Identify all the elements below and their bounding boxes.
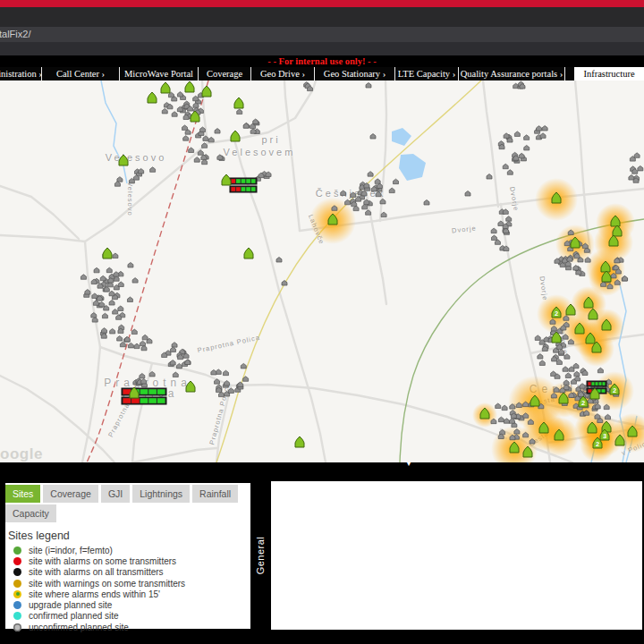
legend-panel: SitesCoverageGJILightningsRainfall Capac… <box>5 483 253 629</box>
building-marker <box>141 345 147 351</box>
site-marker[interactable] <box>186 381 195 392</box>
site-marker[interactable] <box>103 248 112 258</box>
building-marker <box>498 417 504 422</box>
nav-item-ministration[interactable]: ministration › <box>0 67 42 80</box>
building-marker <box>134 343 140 349</box>
building-marker <box>377 183 382 189</box>
status-segment <box>131 398 140 403</box>
status-segment <box>236 187 241 191</box>
status-segment <box>592 382 595 386</box>
legend-dot <box>13 580 21 588</box>
building-marker <box>176 363 182 369</box>
site-count-badge: 3 <box>603 432 606 440</box>
building-marker <box>94 267 99 273</box>
building-marker <box>563 367 568 372</box>
tab-sites[interactable]: Sites <box>5 485 40 503</box>
building-marker <box>504 133 509 139</box>
building-marker <box>139 168 144 174</box>
tab-gji[interactable]: GJI <box>101 485 130 503</box>
address-bar[interactable]: talFix2/ <box>0 27 644 42</box>
legend-item-label: site with warnings on some transmitters <box>29 579 185 589</box>
nav-item-call-center[interactable]: Call Center › <box>42 67 120 80</box>
site-marker[interactable] <box>231 131 240 141</box>
status-segment <box>242 179 246 183</box>
map-markers-svg: 22232 <box>0 80 644 462</box>
nav-item-quality-assurance-portals[interactable]: Quality Assurance portals › <box>459 67 565 80</box>
building-marker <box>128 343 133 348</box>
status-segment <box>232 179 236 183</box>
tab-coverage[interactable]: Coverage <box>43 485 98 503</box>
site-marker[interactable] <box>119 155 128 165</box>
status-segment <box>140 389 148 394</box>
tab-lightnings[interactable]: Lightnings <box>132 485 190 503</box>
site-marker[interactable] <box>222 174 231 185</box>
site-marker[interactable] <box>161 82 170 93</box>
building-marker <box>171 347 176 352</box>
site-marker[interactable] <box>234 97 243 108</box>
nav-item-microwave-portal[interactable]: MicroWave Portal <box>120 67 199 80</box>
building-marker <box>85 290 90 295</box>
site-marker[interactable] <box>148 92 157 103</box>
building-marker <box>110 328 115 334</box>
building-marker <box>124 336 130 342</box>
building-marker <box>282 281 287 286</box>
site-marker[interactable] <box>202 86 211 97</box>
building-marker <box>507 170 513 175</box>
nav-item-infrastructure[interactable]: Infrastructure <box>574 67 644 80</box>
google-watermark: oogle <box>0 445 43 462</box>
building-marker <box>539 360 545 366</box>
building-marker <box>92 293 97 299</box>
building-marker <box>131 329 137 335</box>
building-marker <box>556 360 562 365</box>
panel-collapse-arrow[interactable]: ▾ <box>407 460 411 468</box>
legend-item: unconfirmed planned site <box>5 622 253 632</box>
building-marker <box>102 313 107 318</box>
building-marker <box>424 200 429 206</box>
browser-top-stripe <box>0 0 644 7</box>
site-count-badge: 2 <box>613 386 616 394</box>
building-marker <box>498 221 504 226</box>
status-segment <box>140 398 148 403</box>
building-marker <box>504 419 509 424</box>
building-marker <box>514 131 520 137</box>
building-marker <box>113 309 118 315</box>
building-marker <box>241 363 246 369</box>
building-marker <box>142 335 148 340</box>
nav-item-geo-drive[interactable]: Geo Drive › <box>251 67 315 80</box>
legend-dot <box>13 601 21 609</box>
building-marker <box>127 297 132 302</box>
building-marker <box>109 301 114 306</box>
building-marker <box>366 210 371 216</box>
building-marker <box>223 370 228 376</box>
address-url-text: talFix2/ <box>0 29 30 39</box>
nav-item-lte-capacity[interactable]: LTE Capacity › <box>395 67 459 80</box>
status-segment <box>148 389 157 394</box>
building-marker <box>113 253 118 258</box>
status-segment <box>251 187 256 191</box>
legend-item: site with alarms on some transmitters <box>5 555 253 566</box>
tab-capacity[interactable]: Capacity <box>5 504 56 522</box>
site-marker[interactable] <box>295 436 304 447</box>
site-count-badge: 2 <box>555 309 558 318</box>
legend-list: site (i=indor, f=femto)site with alarms … <box>5 545 253 632</box>
building-marker <box>535 335 540 341</box>
building-marker <box>381 212 386 217</box>
building-marker <box>503 164 508 169</box>
building-marker <box>225 381 230 386</box>
building-marker <box>194 157 199 163</box>
building-marker <box>172 343 177 348</box>
general-side-tab[interactable]: General <box>250 480 271 631</box>
site-marker[interactable] <box>244 248 253 258</box>
building-marker <box>524 135 530 140</box>
legend-dot <box>13 590 21 598</box>
building-marker <box>362 204 368 209</box>
building-marker <box>183 136 189 141</box>
legend-dot <box>13 568 21 576</box>
nav-item-coverage[interactable]: Coverage <box>199 67 251 80</box>
legend-item: confirmed planned site <box>5 611 253 622</box>
legend-dot <box>13 623 21 631</box>
site-marker[interactable] <box>185 81 194 92</box>
nav-item-geo-stationary[interactable]: Geo Stationary › <box>315 67 395 80</box>
tab-rainfall[interactable]: Rainfall <box>192 485 238 503</box>
map-canvas[interactable]: priVelesovemVelesovoČešnjevekPraprotnaPo… <box>0 80 644 462</box>
